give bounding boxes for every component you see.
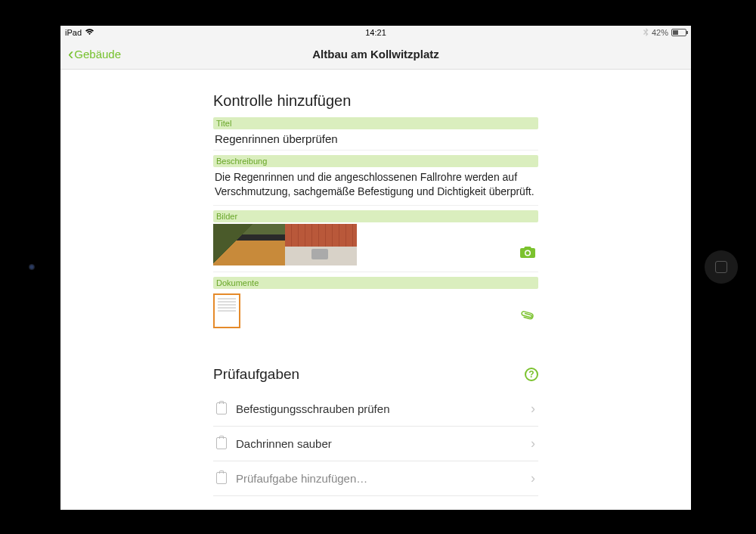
field-label-title: Titel — [213, 117, 538, 129]
clipboard-icon — [216, 437, 227, 449]
document-thumbnail[interactable] — [213, 293, 240, 328]
screen: iPad 14:21 42% ‹ Gebäude Altbau am Kollw… — [60, 26, 691, 510]
attach-icon[interactable] — [518, 306, 538, 328]
description-input[interactable]: Die Regenrinnen und die angeschlossenen … — [213, 167, 538, 206]
tasks-heading: Prüfaufgaben — [213, 366, 299, 383]
field-label-description: Beschreibung — [213, 155, 538, 167]
clock: 14:21 — [60, 28, 691, 37]
content-area: Kontrolle hinzufügen Titel Regenrinnen ü… — [60, 70, 691, 510]
task-item-2[interactable]: Dachrinnen sauber › — [213, 427, 538, 461]
back-label: Gebäude — [74, 48, 121, 61]
nav-bar: ‹ Gebäude Altbau am Kollwitzplatz — [60, 39, 691, 70]
wifi-icon — [85, 28, 94, 37]
device-label: iPad — [65, 28, 82, 37]
chevron-right-icon: › — [531, 470, 535, 486]
field-label-documents: Dokumente — [213, 277, 538, 289]
section-add-control: Kontrolle hinzufügen — [213, 92, 538, 110]
task-item-1[interactable]: Befestigungsschrauben prüfen › — [213, 392, 538, 427]
chevron-right-icon: › — [531, 436, 535, 452]
camera-icon[interactable] — [520, 246, 535, 261]
task-item-add[interactable]: Prüfaufgabe hinzufügen… › — [213, 461, 538, 496]
help-icon[interactable]: ? — [525, 368, 538, 381]
documents-row — [213, 289, 538, 336]
task-list: Befestigungsschrauben prüfen › Dachrinne… — [213, 392, 538, 496]
chevron-right-icon: › — [531, 401, 535, 417]
task-label: Prüfaufgabe hinzufügen… — [236, 472, 367, 485]
task-label: Befestigungsschrauben prüfen — [236, 402, 389, 415]
battery-icon — [671, 29, 686, 36]
task-label: Dachrinnen sauber — [236, 437, 332, 450]
tablet-camera — [29, 264, 35, 270]
image-thumbnail-2[interactable] — [285, 224, 357, 265]
images-row — [213, 222, 538, 272]
home-button[interactable] — [705, 250, 738, 284]
battery-pct: 42% — [652, 28, 668, 37]
title-input[interactable]: Regenrinnen überprüfen — [213, 129, 538, 151]
chevron-left-icon: ‹ — [68, 46, 73, 63]
bluetooth-icon — [643, 28, 649, 38]
clipboard-icon — [216, 472, 227, 484]
section-tasks: Prüfaufgaben ? — [213, 366, 538, 383]
page-title: Altbau am Kollwitzplatz — [60, 48, 691, 61]
status-bar: iPad 14:21 42% — [60, 26, 691, 39]
back-button[interactable]: ‹ Gebäude — [68, 46, 121, 63]
field-label-images: Bilder — [213, 210, 538, 222]
clipboard-icon — [216, 402, 227, 414]
image-thumbnail-1[interactable] — [213, 224, 285, 265]
